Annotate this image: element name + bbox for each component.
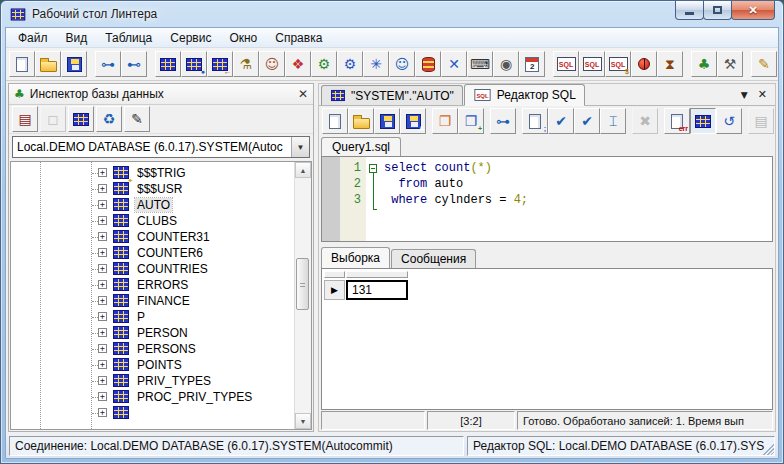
query-tab[interactable]: Query1.sql bbox=[321, 137, 401, 156]
browse-table-button[interactable]: ● bbox=[181, 51, 207, 77]
debug-button[interactable] bbox=[631, 51, 657, 77]
tree-row[interactable]: AUTO bbox=[11, 197, 294, 213]
network-button[interactable]: ✕ bbox=[441, 51, 467, 77]
tree-scrollbar[interactable]: ▲ ▼ bbox=[294, 162, 311, 429]
save-as-button[interactable]: A bbox=[400, 108, 426, 134]
save-script-button[interactable] bbox=[374, 108, 400, 134]
database-button[interactable] bbox=[415, 51, 441, 77]
tree-row[interactable]: $$$TRIG bbox=[11, 165, 294, 181]
stop-button[interactable]: ✖ bbox=[632, 108, 658, 134]
tree-row[interactable]: COUNTER31 bbox=[11, 229, 294, 245]
tools-button[interactable]: ⚒ bbox=[717, 51, 743, 77]
check-script-button[interactable]: ✔ bbox=[548, 108, 574, 134]
user-button[interactable]: ☺ bbox=[259, 51, 285, 77]
menu-item[interactable]: Файл bbox=[9, 29, 57, 47]
code-area[interactable]: select count(*) from auto where cylnders… bbox=[380, 157, 772, 241]
expand-icon[interactable] bbox=[98, 360, 107, 369]
close-panel-icon[interactable]: ✕ bbox=[298, 87, 308, 101]
tab-messages[interactable]: Сообщения bbox=[391, 249, 476, 268]
print-result-button[interactable]: ▤ bbox=[748, 108, 774, 134]
connect-button[interactable]: ⊶ bbox=[490, 108, 516, 134]
notes-button[interactable]: ✎ bbox=[751, 51, 777, 77]
expand-icon[interactable] bbox=[98, 264, 107, 273]
save-button[interactable] bbox=[61, 51, 87, 77]
expand-icon[interactable] bbox=[98, 376, 107, 385]
tree-row[interactable]: POINTS bbox=[11, 357, 294, 373]
table-script-button[interactable] bbox=[68, 106, 94, 132]
close-button[interactable]: ✕ bbox=[731, 1, 775, 20]
users-group-button[interactable]: ☺ bbox=[389, 51, 415, 77]
expand-icon[interactable] bbox=[98, 312, 107, 321]
sql-editor-button[interactable] bbox=[553, 51, 579, 77]
menu-item[interactable]: Справка bbox=[266, 29, 331, 47]
expand-icon[interactable] bbox=[98, 248, 107, 257]
menu-item[interactable]: Сервис bbox=[161, 29, 220, 47]
import-table-button[interactable]: ← bbox=[207, 51, 233, 77]
tab-system-auto[interactable]: "SYSTEM"."AUTO" bbox=[321, 85, 463, 105]
new-button[interactable] bbox=[9, 51, 35, 77]
tree-row[interactable]: COUNTER6 bbox=[11, 245, 294, 261]
computer-button[interactable]: ⌨ bbox=[467, 51, 493, 77]
print-button[interactable]: ▤ bbox=[12, 106, 38, 132]
row-marker[interactable]: ▶ bbox=[324, 280, 345, 300]
tree-row[interactable]: CLUBS bbox=[11, 213, 294, 229]
expand-icon[interactable] bbox=[98, 344, 107, 353]
expand-icon[interactable] bbox=[98, 200, 107, 209]
errors-button[interactable]: err bbox=[664, 108, 690, 134]
tab-sql-editor[interactable]: Редактор SQL bbox=[464, 84, 585, 106]
scroll-up-icon[interactable]: ▲ bbox=[295, 162, 311, 178]
plan-button[interactable]: ↺ bbox=[716, 108, 742, 134]
title-bar[interactable]: Рабочий стол Линтера bbox=[1, 1, 783, 27]
tree-row[interactable]: PRIV_TYPES bbox=[11, 373, 294, 389]
scroll-down-icon[interactable]: ▼ bbox=[295, 413, 311, 429]
result-grid[interactable]: ▶ 131 bbox=[321, 268, 773, 410]
sql-assist-button[interactable]: ◻ bbox=[40, 106, 66, 132]
connect-button[interactable]: ⊶ bbox=[95, 51, 121, 77]
tree-row[interactable]: ✦ $$$USR bbox=[11, 181, 294, 197]
menu-item[interactable]: Вид bbox=[57, 29, 97, 47]
sql-script-button[interactable] bbox=[579, 51, 605, 77]
tree-row[interactable]: FINANCE bbox=[11, 293, 294, 309]
menu-item[interactable]: Окно bbox=[220, 29, 266, 47]
tree-row[interactable]: P bbox=[11, 309, 294, 325]
calendar-button[interactable] bbox=[519, 51, 545, 77]
resize-grip[interactable] bbox=[761, 442, 774, 455]
fold-collapse-icon[interactable] bbox=[369, 164, 377, 173]
expand-icon[interactable] bbox=[98, 280, 107, 289]
inspector-button[interactable]: ♣ bbox=[691, 51, 717, 77]
expand-icon[interactable] bbox=[98, 168, 107, 177]
tree-row[interactable]: PERSONS bbox=[11, 341, 294, 357]
code-editor[interactable]: 123 select count(*) from auto where cyln… bbox=[321, 156, 773, 242]
chevron-down-icon[interactable]: ▼ bbox=[291, 137, 309, 157]
connection-combobox[interactable]: Local.DEMO DATABASE (6.0.17).SYSTEM(Auto… bbox=[12, 136, 310, 158]
settings-blue-button[interactable]: ⚙ bbox=[337, 51, 363, 77]
settings-green-button[interactable]: ⚙ bbox=[311, 51, 337, 77]
transfer-button[interactable]: ✳ bbox=[363, 51, 389, 77]
new-script-button[interactable] bbox=[322, 108, 348, 134]
close-tab-icon[interactable]: ✕ bbox=[758, 88, 767, 101]
expand-icon[interactable] bbox=[98, 328, 107, 337]
menu-item[interactable]: Таблица bbox=[96, 29, 161, 47]
tree-row[interactable]: COUNTRIES bbox=[11, 261, 294, 277]
timer-button[interactable]: ⧗ bbox=[657, 51, 683, 77]
disconnect-button[interactable]: ⊷ bbox=[121, 51, 147, 77]
columns-button[interactable]: ⚗ bbox=[233, 51, 259, 77]
minimize-button[interactable] bbox=[675, 1, 704, 20]
expand-icon[interactable] bbox=[98, 392, 107, 401]
create-table-button[interactable] bbox=[155, 51, 181, 77]
expand-icon[interactable] bbox=[98, 216, 107, 225]
result-cell[interactable]: 131 bbox=[346, 280, 408, 300]
restore-button[interactable] bbox=[703, 1, 732, 20]
tree-row[interactable]: PROC_PRIV_TYPES bbox=[11, 389, 294, 405]
execute-statement-button[interactable]: ✔ bbox=[574, 108, 600, 134]
refresh-button[interactable]: ♻ bbox=[96, 106, 122, 132]
results-button[interactable] bbox=[690, 108, 716, 134]
scrollbar-track[interactable] bbox=[295, 178, 311, 413]
expand-icon[interactable] bbox=[98, 184, 107, 193]
expand-icon[interactable] bbox=[98, 232, 107, 241]
expand-icon[interactable] bbox=[98, 408, 107, 417]
sql-cost-button[interactable]: $ bbox=[605, 51, 631, 77]
snapshot-button[interactable]: ◉ bbox=[493, 51, 519, 77]
expand-icon[interactable] bbox=[98, 296, 107, 305]
tree-row[interactable]: PERSON bbox=[11, 325, 294, 341]
